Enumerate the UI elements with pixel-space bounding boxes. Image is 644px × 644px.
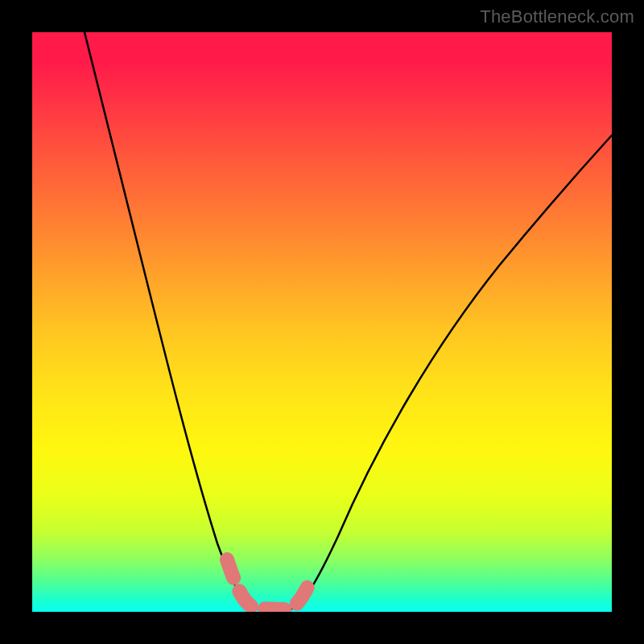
chart-frame: TheBottleneck.com bbox=[0, 0, 644, 644]
highlight-dash bbox=[227, 559, 311, 609]
plot-area bbox=[32, 32, 612, 612]
bottleneck-curve-svg bbox=[32, 32, 612, 612]
bottleneck-curve bbox=[72, 32, 612, 609]
watermark-text: TheBottleneck.com bbox=[480, 6, 634, 27]
